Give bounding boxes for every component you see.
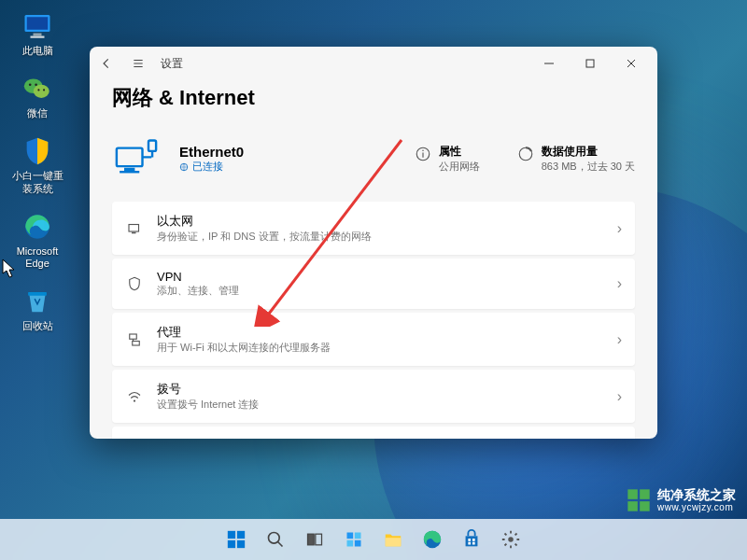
list-item-advanced[interactable]: 高级网络设置 — [112, 427, 635, 439]
desktop-icon-edge[interactable]: Microsoft Edge — [9, 210, 65, 270]
svg-rect-11 — [28, 292, 47, 296]
windows-logo-icon — [626, 487, 652, 513]
svg-point-8 — [37, 90, 39, 91]
svg-rect-26 — [132, 231, 136, 233]
svg-rect-55 — [472, 542, 475, 545]
chevron-right-icon: › — [617, 275, 622, 292]
svg-rect-50 — [386, 538, 402, 546]
svg-rect-49 — [355, 540, 361, 547]
svg-rect-16 — [120, 171, 139, 173]
wechat-icon — [21, 72, 54, 105]
desktop-icon-label: Microsoft Edge — [9, 245, 65, 270]
svg-rect-37 — [640, 501, 650, 511]
svg-rect-45 — [316, 534, 322, 545]
list-item-ethernet[interactable]: 以太网 身份验证，IP 和 DNS 设置，按流量计费的网络 › — [112, 202, 635, 255]
svg-rect-15 — [124, 168, 134, 171]
svg-rect-13 — [586, 60, 594, 67]
desktop-icon-recycle-bin[interactable]: 回收站 — [9, 285, 65, 332]
connection-name: Ethernet0 — [179, 144, 244, 160]
svg-rect-14 — [117, 148, 143, 167]
close-button[interactable] — [613, 50, 650, 77]
svg-point-23 — [422, 150, 424, 152]
svg-rect-25 — [129, 224, 139, 231]
pc-icon — [21, 9, 54, 43]
minimize-button[interactable] — [530, 50, 568, 77]
svg-rect-34 — [627, 489, 638, 499]
info-icon — [415, 146, 431, 162]
svg-point-56 — [508, 537, 514, 542]
svg-rect-1 — [27, 17, 49, 30]
connection-summary: Ethernet0 已连接 属性 公用网络 — [112, 127, 635, 202]
proxy-icon — [125, 330, 144, 349]
search-button[interactable] — [259, 523, 292, 556]
settings-list: 以太网 身份验证，IP 和 DNS 设置，按流量计费的网络 › VPN 添加、连… — [112, 202, 635, 439]
svg-rect-28 — [133, 341, 140, 345]
list-item-dialup[interactable]: 拨号 设置拨号 Internet 连接 › — [112, 370, 635, 423]
svg-rect-3 — [31, 36, 45, 38]
data-usage-link[interactable]: 数据使用量 863 MB，过去 30 天 — [517, 144, 635, 174]
svg-rect-18 — [148, 141, 156, 151]
recycle-bin-icon — [21, 285, 54, 318]
shield-icon — [125, 274, 144, 293]
svg-rect-39 — [237, 531, 245, 539]
ethernet-connection-icon — [112, 134, 161, 183]
desktop-icon-label: 此电脑 — [22, 45, 53, 57]
settings-window: 设置 网络 & Internet — [90, 47, 657, 439]
svg-point-42 — [269, 533, 280, 544]
installer-icon — [21, 134, 54, 168]
svg-point-7 — [35, 84, 37, 87]
svg-point-9 — [43, 90, 45, 91]
data-usage-icon — [517, 146, 534, 162]
desktop-icon-label: 微信 — [27, 107, 48, 119]
chevron-right-icon: › — [617, 331, 622, 348]
svg-rect-36 — [627, 501, 638, 511]
list-item-vpn[interactable]: VPN 添加、连接、管理 › — [112, 259, 635, 309]
svg-rect-52 — [468, 539, 471, 541]
maximize-button[interactable] — [571, 50, 609, 77]
svg-rect-44 — [308, 534, 315, 545]
svg-rect-48 — [347, 540, 354, 547]
widgets-button[interactable] — [337, 523, 371, 556]
taskbar-explorer[interactable] — [376, 523, 410, 556]
watermark-url: www.ycwjzy.com — [657, 502, 736, 512]
desktop-icon-label: 小白一键重装系统 — [9, 170, 65, 194]
svg-rect-27 — [130, 334, 137, 339]
chevron-right-icon: › — [617, 388, 622, 405]
svg-rect-54 — [468, 542, 471, 545]
ethernet-icon — [125, 219, 144, 238]
settings-content: 网络 & Internet Ethernet0 — [90, 80, 657, 439]
watermark-title: 纯净系统之家 — [657, 488, 736, 502]
svg-rect-53 — [472, 539, 475, 541]
task-view-button[interactable] — [298, 523, 331, 556]
taskbar — [0, 519, 747, 560]
advanced-network-icon — [125, 438, 144, 439]
properties-link[interactable]: 属性 公用网络 — [415, 144, 480, 174]
start-button[interactable] — [219, 523, 253, 556]
watermark: 纯净系统之家 www.ycwjzy.com — [626, 487, 736, 513]
desktop: 此电脑 微信 小白一键重装系统 Microsoft Edge 回收站 — [0, 0, 747, 560]
taskbar-store[interactable] — [455, 523, 488, 556]
edge-icon — [21, 210, 54, 244]
menu-button[interactable] — [129, 54, 148, 73]
desktop-icon-label: 回收站 — [22, 320, 53, 332]
svg-point-6 — [29, 84, 32, 87]
page-title: 网络 & Internet — [112, 84, 635, 112]
back-button[interactable] — [97, 54, 116, 73]
connection-status: 已连接 — [179, 160, 244, 174]
svg-rect-40 — [228, 540, 235, 548]
svg-rect-2 — [34, 34, 42, 36]
desktop-icon-wechat[interactable]: 微信 — [9, 72, 65, 119]
desktop-icon-this-pc[interactable]: 此电脑 — [9, 9, 65, 57]
globe-icon — [179, 162, 189, 172]
titlebar: 设置 — [90, 47, 657, 80]
list-item-proxy[interactable]: 代理 用于 Wi-Fi 和以太网连接的代理服务器 › — [112, 313, 635, 366]
taskbar-settings[interactable] — [494, 523, 528, 556]
svg-rect-47 — [355, 533, 361, 539]
svg-point-30 — [134, 399, 135, 401]
svg-rect-35 — [640, 489, 650, 499]
svg-rect-38 — [228, 531, 235, 539]
desktop-icon-xiaobai[interactable]: 小白一键重装系统 — [9, 134, 65, 194]
svg-line-43 — [278, 542, 283, 547]
taskbar-edge[interactable] — [416, 523, 449, 556]
svg-point-5 — [34, 85, 49, 98]
